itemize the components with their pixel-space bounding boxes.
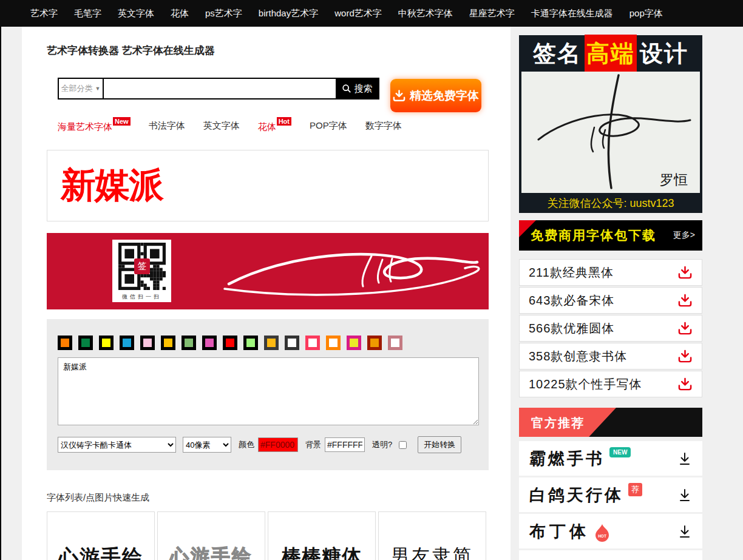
banner-title-right: 设计 — [640, 38, 688, 69]
signature-sample-area: 罗恒 — [521, 72, 700, 193]
nav-item[interactable]: 卡通字体在线生成器 — [531, 8, 613, 19]
color-swatch[interactable] — [78, 336, 93, 350]
nav-item[interactable]: ps艺术字 — [205, 8, 242, 19]
font-sample-card[interactable]: 男友隶简男友隶书简美术字 — [378, 511, 486, 560]
color-swatch[interactable] — [305, 336, 320, 350]
color-swatch[interactable] — [388, 336, 402, 350]
signer-name: 罗恒 — [660, 170, 688, 189]
banner-title-left: 签名 — [533, 38, 582, 69]
signature-art-icon — [220, 244, 481, 300]
download-icon — [393, 90, 405, 102]
quick-link[interactable]: 英文字体 — [203, 120, 240, 132]
color-swatch[interactable] — [120, 336, 134, 350]
quick-link[interactable]: 海量艺术字体New — [58, 120, 131, 133]
quick-link[interactable]: 数字字体 — [365, 120, 402, 132]
official-title: 官方推荐 — [531, 415, 585, 431]
more-link[interactable]: 更多> — [673, 230, 702, 241]
download-icon — [677, 349, 693, 363]
quick-link[interactable]: 书法字体 — [149, 120, 185, 132]
font-select[interactable]: 汉仪铸字卡酷卡通体 — [58, 437, 176, 453]
quick-link[interactable]: 花体Hot — [258, 120, 291, 133]
preview-text: 新媒派 — [61, 162, 163, 209]
qr-caption: 微信扫一扫 — [112, 293, 171, 301]
convert-button[interactable]: 开始转换 — [418, 436, 461, 453]
official-header: 官方推荐 — [519, 408, 702, 437]
text-input-area[interactable]: 新媒派 — [58, 357, 479, 425]
banner-title-highlight: 高端 — [585, 35, 637, 73]
font-pack-header: 免费商用字体包下载 更多> — [519, 220, 702, 251]
font-sample-card[interactable]: 心游手绘三字经心游pop手绘 — [47, 511, 155, 560]
font-list-heading: 字体列表/点图片快速生成 — [47, 492, 511, 504]
official-font-name: 霸燃手书 — [529, 448, 605, 470]
color-swatch[interactable] — [140, 336, 155, 350]
free-fonts-button[interactable]: 精选免费字体 — [390, 79, 481, 112]
color-swatch[interactable] — [347, 336, 361, 350]
top-nav: 艺术字毛笔字英文字体花体ps艺术字birthday艺术字word艺术字中秋艺术字… — [0, 0, 743, 27]
background-input[interactable] — [325, 437, 365, 452]
font-pack-row-label: 211款经典黑体 — [529, 265, 614, 281]
nav-item[interactable]: 毛笔字 — [74, 8, 101, 19]
font-pack-row[interactable]: 211款经典黑体 — [519, 259, 702, 286]
color-swatch[interactable] — [202, 336, 217, 350]
color-swatch[interactable] — [367, 336, 382, 350]
size-select[interactable]: 40像素 — [183, 437, 231, 453]
search-button-label: 搜索 — [355, 83, 373, 95]
transparent-checkbox[interactable] — [399, 441, 407, 449]
svg-text:签: 签 — [137, 261, 146, 271]
color-swatch[interactable] — [223, 336, 237, 350]
nav-item[interactable]: birthday艺术字 — [259, 8, 318, 19]
quick-link[interactable]: POP字体 — [310, 120, 347, 132]
font-pack-row-label: 10225款个性手写体 — [529, 376, 642, 393]
font-pack-row[interactable]: 10225款个性手写体 — [519, 371, 702, 397]
color-swatch[interactable] — [264, 336, 279, 350]
color-swatch[interactable] — [285, 336, 299, 350]
font-pack-row-label: 566款优雅圆体 — [529, 320, 614, 337]
official-row[interactable]: 白鸽天行体荐 — [519, 477, 702, 512]
color-swatch[interactable] — [243, 336, 258, 350]
search-input[interactable] — [104, 79, 336, 98]
font-pack-title: 免费商用字体包下载 — [519, 227, 656, 244]
nav-item[interactable]: 星座艺术字 — [469, 8, 515, 19]
nav-item[interactable]: pop字体 — [629, 8, 663, 19]
font-cards: 心游手绘三字经心游pop手绘心游手绘心游手绘艺术体棒棒糖体汉字之美棒棒糖男友隶简… — [47, 511, 511, 560]
quick-link-badge: New — [113, 117, 131, 126]
official-row — [519, 550, 702, 560]
download-icon — [677, 377, 693, 391]
editor-panel: 新媒派 汉仪铸字卡酷卡通体 40像素 颜色 背景 透明? 开始转换 — [47, 319, 489, 470]
chevron-down-icon: ▼ — [95, 86, 101, 92]
nav-item[interactable]: 花体 — [171, 8, 189, 19]
color-swatch[interactable] — [326, 336, 341, 350]
font-pack-row[interactable]: 566款优雅圆体 — [519, 315, 702, 342]
color-swatch[interactable] — [99, 336, 114, 350]
font-pack-row[interactable]: 643款必备宋体 — [519, 287, 702, 314]
official-row[interactable]: 布丁体HOT — [519, 514, 702, 548]
nav-item[interactable]: 艺术字 — [30, 8, 58, 19]
font-pack-row-label: 643款必备宋体 — [529, 292, 614, 309]
color-input[interactable] — [258, 437, 298, 452]
category-dropdown[interactable]: 全部分类 ▼ — [59, 79, 104, 98]
signature-design-banner[interactable]: 签名高端设计 罗恒 关注微信公众号: uustv123 — [519, 35, 702, 213]
color-swatch[interactable] — [182, 336, 196, 350]
corner-ribbon — [519, 220, 536, 237]
page: 艺术字毛笔字英文字体花体ps艺术字birthday艺术字word艺术字中秋艺术字… — [0, 0, 743, 560]
hot-flame-badge: HOT — [594, 524, 610, 542]
color-swatch[interactable] — [58, 336, 72, 350]
download-icon — [677, 451, 692, 466]
preview-box: 新媒派 — [47, 150, 489, 221]
transparent-label: 透明? — [372, 439, 392, 450]
font-pack-row[interactable]: 358款创意隶书体 — [519, 343, 702, 369]
official-row[interactable]: 霸燃手书NEW — [519, 441, 702, 476]
color-swatch[interactable] — [161, 336, 175, 350]
font-sample-card[interactable]: 棒棒糖体汉字之美棒棒糖 — [268, 511, 376, 560]
font-sample-text: 男友隶简 — [379, 544, 486, 560]
download-icon — [677, 322, 693, 336]
nav-item[interactable]: word艺术字 — [334, 8, 382, 19]
svg-text:HOT: HOT — [598, 534, 606, 538]
free-fonts-button-label: 精选免费字体 — [410, 88, 479, 104]
wechat-ad-banner[interactable]: 签 微信扫一扫 — [47, 233, 489, 309]
nav-item[interactable]: 中秋艺术字体 — [398, 8, 453, 19]
search-button[interactable]: 搜索 — [336, 79, 378, 98]
nav-item[interactable]: 英文字体 — [118, 8, 154, 19]
font-sample-card[interactable]: 心游手绘心游手绘艺术体 — [157, 511, 265, 560]
qr-code-image: 签 — [118, 243, 166, 290]
